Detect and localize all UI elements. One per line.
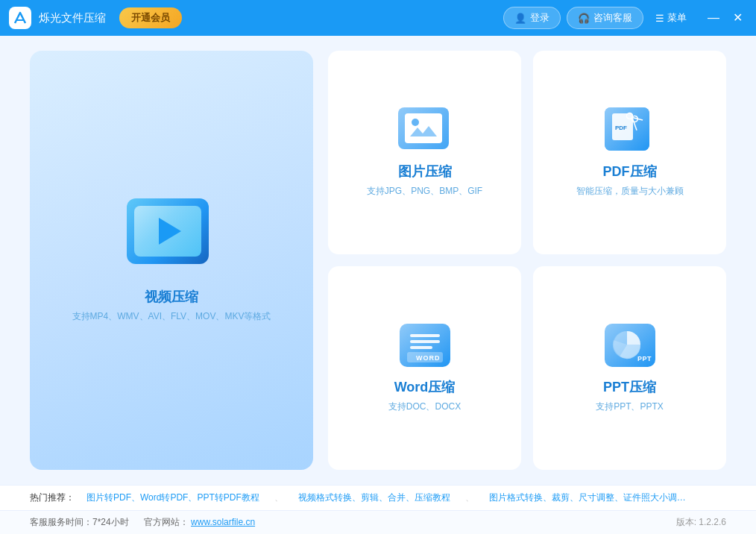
pdf-card[interactable]: PDF PDF压缩 智能压缩，质量与大小兼顾 <box>533 51 726 254</box>
app-title: 烁光文件压缩 <box>39 11 106 25</box>
user-icon: 👤 <box>514 13 526 24</box>
pdf-icon-bg: PDF <box>605 107 649 151</box>
vip-button[interactable]: 开通会员 <box>119 7 182 28</box>
version-info: 版本: 1.2.2.6 <box>676 516 726 529</box>
titlebar: 烁光文件压缩 开通会员 👤 登录 🎧 咨询客服 ☰ 菜单 — ✕ <box>0 0 756 36</box>
video-card-subtitle: 支持MP4、WMV、AVI、FLV、MOV、MKV等格式 <box>72 310 271 323</box>
word-card[interactable]: WORD Word压缩 支持DOC、DOCX <box>328 266 521 470</box>
right-grid: 图片压缩 支持JPG、PNG、BMP、GIF <box>328 51 726 470</box>
headset-icon: 🎧 <box>578 13 590 24</box>
pdf-card-subtitle: 智能压缩，质量与大小兼顾 <box>576 185 684 198</box>
svg-rect-12 <box>410 346 432 349</box>
svg-point-1 <box>412 119 419 126</box>
video-card[interactable]: 视频压缩 支持MP4、WMV、AVI、FLV、MOV、MKV等格式 <box>30 51 313 470</box>
sep-2: 、 <box>465 491 474 504</box>
menu-icon: ☰ <box>655 13 664 24</box>
service-time: 客服服务时间：7*24小时 <box>30 516 129 529</box>
ppt-svg-icon: PPT <box>605 324 655 367</box>
hotlink-3[interactable]: 图片格式转换、裁剪、尺寸调整、证件照大小调… <box>489 491 686 504</box>
hotlink-label: 热门推荐： <box>30 491 75 504</box>
cards-container: 视频压缩 支持MP4、WMV、AVI、FLV、MOV、MKV等格式 图片压缩 <box>30 51 726 470</box>
play-icon <box>159 218 181 245</box>
image-card-subtitle: 支持JPG、PNG、BMP、GIF <box>367 185 482 198</box>
ppt-card-subtitle: 支持PPT、PPTX <box>596 400 664 413</box>
official-site-url[interactable]: www.solarfile.cn <box>191 517 255 527</box>
pdf-icon-wrap: PDF <box>605 107 655 152</box>
footer-bottom: 客服服务时间：7*24小时 官方网站： www.solarfile.cn 版本:… <box>0 510 756 534</box>
official-site: 官方网站： www.solarfile.cn <box>144 516 255 529</box>
footer-hotlinks: 热门推荐： 图片转PDF、Word转PDF、PPT转PDF教程 、 视频格式转换… <box>0 485 756 510</box>
pdf-svg-icon: PDF <box>605 107 649 151</box>
window-controls: — ✕ <box>703 10 747 25</box>
svg-rect-10 <box>410 334 440 337</box>
svg-text:WORD: WORD <box>416 354 441 362</box>
word-card-subtitle: 支持DOC、DOCX <box>388 400 461 413</box>
ppt-icon-wrap: PPT <box>603 323 657 368</box>
sep-1: 、 <box>274 491 283 504</box>
ppt-card[interactable]: PPT PPT压缩 支持PPT、PPTX <box>533 266 726 470</box>
image-card[interactable]: 图片压缩 支持JPG、PNG、BMP、GIF <box>328 51 521 254</box>
hotlink-1[interactable]: 图片转PDF、Word转PDF、PPT转PDF教程 <box>86 491 259 504</box>
svg-text:PDF: PDF <box>615 125 627 131</box>
pdf-card-title: PDF压缩 <box>603 163 657 180</box>
word-card-title: Word压缩 <box>394 378 456 396</box>
minimize-button[interactable]: — <box>703 10 724 25</box>
hotlink-2[interactable]: 视频格式转换、剪辑、合并、压缩教程 <box>298 491 450 504</box>
image-icon-wrap <box>398 107 452 152</box>
service-button[interactable]: 🎧 咨询客服 <box>567 7 643 29</box>
image-svg-icon <box>404 113 443 144</box>
svg-text:PPT: PPT <box>637 355 652 362</box>
word-svg-icon: WORD <box>400 324 450 367</box>
image-card-title: 图片压缩 <box>398 163 452 180</box>
main-content: 视频压缩 支持MP4、WMV、AVI、FLV、MOV、MKV等格式 图片压缩 <box>0 36 756 485</box>
titlebar-right: 👤 登录 🎧 咨询客服 ☰ 菜单 — ✕ <box>503 7 747 29</box>
video-screen <box>134 206 201 257</box>
svg-rect-11 <box>410 340 440 343</box>
word-icon-wrap: WORD <box>398 323 452 368</box>
video-icon-wrap <box>127 198 216 273</box>
image-icon-main <box>398 107 449 149</box>
login-button[interactable]: 👤 登录 <box>503 7 561 29</box>
menu-button[interactable]: ☰ 菜单 <box>649 7 693 28</box>
close-button[interactable]: ✕ <box>728 10 747 25</box>
svg-rect-0 <box>405 113 442 143</box>
app-logo <box>9 7 31 29</box>
video-card-title: 视频压缩 <box>145 288 198 306</box>
ppt-card-title: PPT压缩 <box>603 378 656 396</box>
video-icon-bg <box>127 198 209 264</box>
footer-bottom-left: 客服服务时间：7*24小时 官方网站： www.solarfile.cn <box>30 516 255 529</box>
